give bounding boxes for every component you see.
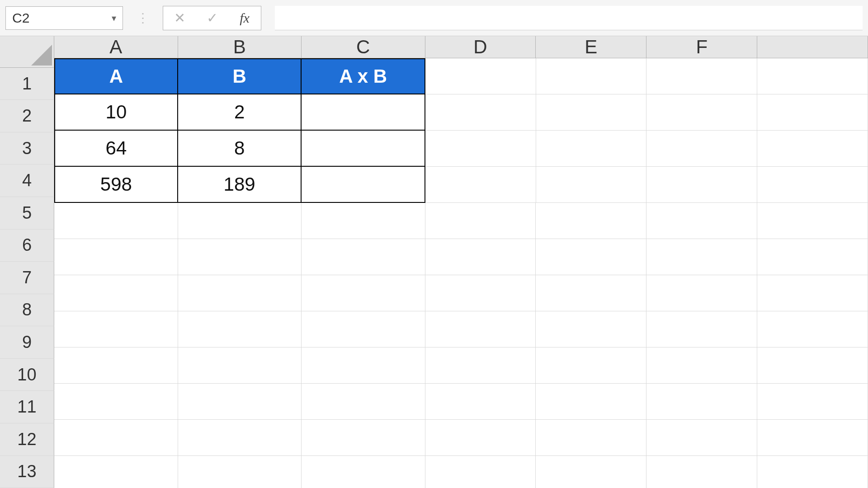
cell-G11[interactable] [757, 420, 868, 456]
cell-C3[interactable] [302, 131, 425, 167]
cell-A5[interactable] [54, 203, 178, 239]
cell-A4[interactable]: 598 [54, 167, 178, 203]
cell-D9[interactable] [425, 347, 536, 384]
cell-C8[interactable] [302, 311, 425, 347]
row-header-12[interactable]: 12 [0, 423, 54, 456]
cancel-icon[interactable]: ✕ [163, 6, 196, 30]
cell-D4[interactable] [425, 167, 536, 203]
cell-F3[interactable] [646, 131, 757, 167]
cell-E8[interactable] [536, 311, 646, 347]
cell-G1[interactable] [757, 58, 868, 94]
cell-G9[interactable] [757, 347, 868, 384]
cell-D6[interactable] [425, 239, 536, 275]
cell-E7[interactable] [536, 275, 646, 311]
cell-A8[interactable] [54, 311, 178, 347]
cell-D11[interactable] [425, 420, 536, 456]
cell-F9[interactable] [646, 347, 757, 384]
cell-C4[interactable] [302, 167, 425, 203]
cell-A9[interactable] [54, 347, 178, 384]
row-header-11[interactable]: 11 [0, 391, 54, 423]
col-header-B[interactable]: B [178, 36, 302, 58]
row-header-6[interactable]: 6 [0, 230, 54, 262]
cell-C10[interactable] [302, 384, 425, 420]
row-header-2[interactable]: 2 [0, 100, 54, 132]
cell-C1[interactable]: A x B [302, 58, 425, 94]
cell-D7[interactable] [425, 275, 536, 311]
cell-D3[interactable] [425, 131, 536, 167]
cell-A12[interactable] [54, 456, 178, 488]
cell-F10[interactable] [646, 384, 757, 420]
cell-F6[interactable] [646, 239, 757, 275]
cell-C11[interactable] [302, 420, 425, 456]
cell-G12[interactable] [757, 456, 868, 488]
cell-A3[interactable]: 64 [54, 131, 178, 167]
cell-B2[interactable]: 2 [178, 94, 302, 131]
cell-B9[interactable] [178, 347, 302, 384]
cell-C6[interactable] [302, 239, 425, 275]
cell-E3[interactable] [536, 131, 647, 167]
cell-F8[interactable] [646, 311, 757, 347]
cell-G2[interactable] [757, 94, 868, 131]
cell-A6[interactable] [54, 239, 178, 275]
col-header-C[interactable]: C [302, 36, 425, 58]
row-header-10[interactable]: 10 [0, 359, 54, 391]
cell-D10[interactable] [425, 384, 536, 420]
row-header-4[interactable]: 4 [0, 164, 54, 197]
row-header-13[interactable]: 13 [0, 456, 54, 488]
cell-B10[interactable] [178, 384, 302, 420]
cell-B8[interactable] [178, 311, 302, 347]
cell-E10[interactable] [536, 384, 646, 420]
cell-C9[interactable] [302, 347, 425, 384]
col-header-F[interactable]: F [646, 36, 757, 58]
cell-C2[interactable] [302, 94, 425, 131]
cell-C12[interactable] [302, 456, 425, 488]
cell-B7[interactable] [178, 275, 302, 311]
row-header-5[interactable]: 5 [0, 197, 54, 230]
row-header-7[interactable]: 7 [0, 262, 54, 294]
cell-E12[interactable] [536, 456, 646, 488]
cell-F1[interactable] [646, 58, 757, 94]
cell-D8[interactable] [425, 311, 536, 347]
col-header-extra[interactable] [757, 36, 868, 58]
cell-G3[interactable] [757, 131, 868, 167]
cell-B1[interactable]: B [178, 58, 302, 94]
row-header-3[interactable]: 3 [0, 132, 54, 165]
cell-C7[interactable] [302, 275, 425, 311]
cell-F4[interactable] [646, 167, 757, 203]
row-header-9[interactable]: 9 [0, 326, 54, 359]
col-header-A[interactable]: A [54, 36, 178, 58]
cell-E11[interactable] [536, 420, 646, 456]
cell-F7[interactable] [646, 275, 757, 311]
cell-B6[interactable] [178, 239, 302, 275]
cell-G5[interactable] [757, 203, 868, 239]
cell-D1[interactable] [425, 58, 536, 94]
cell-F5[interactable] [646, 203, 757, 239]
cell-G7[interactable] [757, 275, 868, 311]
cell-G8[interactable] [757, 311, 868, 347]
cell-D2[interactable] [425, 94, 536, 131]
name-box[interactable]: C2 ▾ [5, 6, 123, 30]
cell-E6[interactable] [536, 239, 646, 275]
col-header-D[interactable]: D [425, 36, 536, 58]
cell-A10[interactable] [54, 384, 178, 420]
row-header-1[interactable]: 1 [0, 68, 54, 100]
cell-A1[interactable]: A [54, 58, 178, 94]
col-header-E[interactable]: E [536, 36, 646, 58]
cell-A11[interactable] [54, 420, 178, 456]
cell-B4[interactable]: 189 [178, 167, 302, 203]
fx-icon[interactable]: fx [228, 6, 261, 30]
cell-G6[interactable] [757, 239, 868, 275]
cell-A7[interactable] [54, 275, 178, 311]
cell-B3[interactable]: 8 [178, 131, 302, 167]
cell-E5[interactable] [536, 203, 646, 239]
cell-G10[interactable] [757, 384, 868, 420]
cell-E4[interactable] [536, 167, 647, 203]
cell-B11[interactable] [178, 420, 302, 456]
cell-D12[interactable] [425, 456, 536, 488]
cell-G4[interactable] [757, 167, 868, 203]
cell-F2[interactable] [646, 94, 757, 131]
cell-E1[interactable] [536, 58, 647, 94]
cell-A2[interactable]: 10 [54, 94, 178, 131]
cell-E2[interactable] [536, 94, 647, 131]
cell-E9[interactable] [536, 347, 646, 384]
